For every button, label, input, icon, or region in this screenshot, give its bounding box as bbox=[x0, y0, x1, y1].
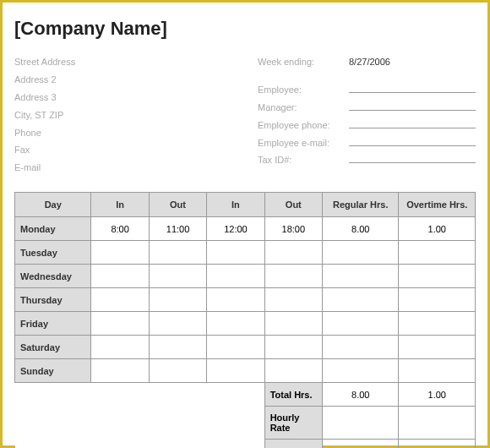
total-hrs-label: Total Hrs. bbox=[264, 383, 322, 407]
table-header-row: Day In Out In Out Regular Hrs. Overtime … bbox=[15, 193, 476, 217]
th-ot: Overtime Hrs. bbox=[399, 193, 476, 217]
day-sun: Sunday bbox=[15, 359, 91, 383]
sat-out2[interactable] bbox=[264, 336, 322, 359]
sat-out1[interactable] bbox=[149, 336, 206, 359]
timesheet-table: Day In Out In Out Regular Hrs. Overtime … bbox=[14, 192, 476, 448]
th-in2: In bbox=[207, 193, 264, 217]
mon-out1[interactable]: 11:00 bbox=[149, 217, 206, 241]
thu-out1[interactable] bbox=[149, 288, 206, 312]
row-tuesday: Tuesday bbox=[15, 241, 476, 265]
phone-label: Phone bbox=[14, 124, 232, 142]
sat-ot bbox=[399, 336, 476, 359]
mon-reg: 8.00 bbox=[323, 217, 399, 241]
emp-email-label: Employee e-mail: bbox=[258, 134, 342, 152]
city-st-zip: City, ST ZIP bbox=[14, 107, 232, 124]
address-3: Address 3 bbox=[14, 89, 232, 107]
day-thu: Thursday bbox=[15, 288, 91, 312]
wed-out2[interactable] bbox=[264, 265, 322, 288]
row-saturday: Saturday bbox=[15, 336, 476, 359]
week-ending-value: 8/27/2006 bbox=[349, 53, 390, 71]
thu-in1[interactable] bbox=[91, 288, 149, 312]
hourly-rate-reg[interactable] bbox=[323, 407, 399, 440]
day-tue: Tuesday bbox=[15, 241, 91, 265]
spacer bbox=[15, 407, 265, 440]
tue-reg bbox=[323, 241, 399, 265]
sat-in1[interactable] bbox=[91, 336, 149, 359]
total-pay-ot bbox=[399, 440, 476, 448]
tue-out1[interactable] bbox=[149, 241, 206, 265]
total-pay-label: Total Pay bbox=[264, 440, 322, 448]
day-wed: Wednesday bbox=[15, 265, 91, 288]
spacer bbox=[15, 440, 265, 448]
manager-line bbox=[349, 101, 476, 111]
tue-out2[interactable] bbox=[264, 241, 322, 265]
tue-ot bbox=[399, 241, 476, 265]
address-block: Street Address Address 2 Address 3 City,… bbox=[14, 53, 232, 177]
tax-id-line bbox=[349, 153, 476, 163]
mon-out2[interactable]: 18:00 bbox=[264, 217, 322, 241]
tax-id-label: Tax ID#: bbox=[258, 151, 342, 169]
fax-label: Fax bbox=[14, 141, 232, 159]
employee-label: Employee: bbox=[258, 81, 342, 99]
hourly-rate-ot[interactable] bbox=[399, 407, 476, 440]
mon-in2[interactable]: 12:00 bbox=[207, 217, 264, 241]
company-name: [Company Name] bbox=[14, 18, 476, 40]
fri-in2[interactable] bbox=[207, 312, 264, 336]
timesheet-frame: [Company Name] Street Address Address 2 … bbox=[0, 0, 490, 448]
day-sat: Saturday bbox=[15, 336, 91, 359]
day-fri: Friday bbox=[15, 312, 91, 336]
row-wednesday: Wednesday bbox=[15, 265, 476, 288]
street-address: Street Address bbox=[14, 53, 232, 71]
sat-in2[interactable] bbox=[207, 336, 264, 359]
th-day: Day bbox=[15, 193, 91, 217]
row-friday: Friday bbox=[15, 312, 476, 336]
tue-in1[interactable] bbox=[91, 241, 149, 265]
wed-in2[interactable] bbox=[207, 265, 264, 288]
week-ending-label: Week ending: bbox=[258, 53, 342, 71]
sun-ot bbox=[399, 359, 476, 383]
sun-in2[interactable] bbox=[207, 359, 264, 383]
sat-reg bbox=[323, 336, 399, 359]
thu-out2[interactable] bbox=[264, 288, 322, 312]
row-sunday: Sunday bbox=[15, 359, 476, 383]
sun-out2[interactable] bbox=[264, 359, 322, 383]
row-hourly-rate: Hourly Rate bbox=[15, 407, 476, 440]
emp-email-line bbox=[349, 136, 476, 146]
row-total-pay: Total Pay bbox=[15, 440, 476, 448]
row-thursday: Thursday bbox=[15, 288, 476, 312]
email-label: E-mail bbox=[14, 159, 232, 177]
emp-phone-line bbox=[349, 118, 476, 128]
mon-in1[interactable]: 8:00 bbox=[91, 217, 149, 241]
address-2: Address 2 bbox=[14, 71, 232, 89]
fri-out2[interactable] bbox=[264, 312, 322, 336]
thu-in2[interactable] bbox=[207, 288, 264, 312]
th-in1: In bbox=[91, 193, 149, 217]
fri-out1[interactable] bbox=[149, 312, 206, 336]
row-monday: Monday 8:00 11:00 12:00 18:00 8.00 1.00 bbox=[15, 217, 476, 241]
th-reg: Regular Hrs. bbox=[323, 193, 399, 217]
day-mon: Monday bbox=[15, 217, 91, 241]
thu-ot bbox=[399, 288, 476, 312]
mon-ot: 1.00 bbox=[399, 217, 476, 241]
emp-phone-label: Employee phone: bbox=[258, 117, 342, 134]
row-total-hrs: Total Hrs. 8.00 1.00 bbox=[15, 383, 476, 407]
total-reg: 8.00 bbox=[323, 383, 399, 407]
fri-reg bbox=[323, 312, 399, 336]
wed-ot bbox=[399, 265, 476, 288]
thu-reg bbox=[323, 288, 399, 312]
th-out2: Out bbox=[264, 193, 322, 217]
hourly-rate-label: Hourly Rate bbox=[264, 407, 322, 440]
meta-block: Week ending: 8/27/2006 Employee: Manager… bbox=[258, 53, 476, 177]
fri-ot bbox=[399, 312, 476, 336]
wed-out1[interactable] bbox=[149, 265, 206, 288]
total-pay-reg bbox=[323, 440, 399, 448]
spacer bbox=[15, 383, 265, 407]
tue-in2[interactable] bbox=[207, 241, 264, 265]
header-block: Street Address Address 2 Address 3 City,… bbox=[14, 53, 476, 177]
sun-in1[interactable] bbox=[91, 359, 149, 383]
sun-reg bbox=[323, 359, 399, 383]
sun-out1[interactable] bbox=[149, 359, 206, 383]
wed-in1[interactable] bbox=[91, 265, 149, 288]
total-ot: 1.00 bbox=[399, 383, 476, 407]
fri-in1[interactable] bbox=[91, 312, 149, 336]
